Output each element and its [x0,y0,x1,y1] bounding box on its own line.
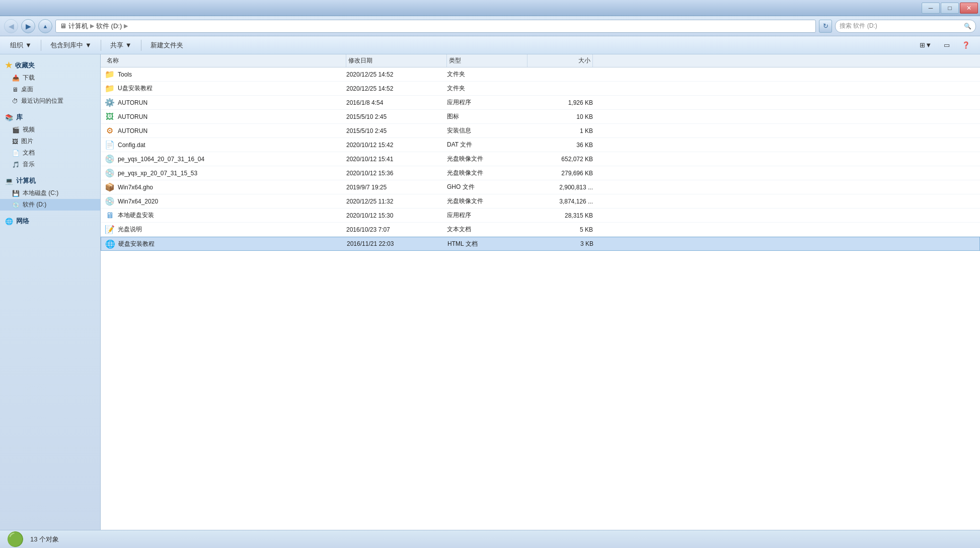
preview-button[interactable]: ▭ [939,38,955,52]
status-count: 13 个对象 [30,535,59,544]
file-name-8: Win7x64.gho [118,184,153,191]
file-icon-2: ⚙️ [105,98,115,108]
file-icon-1: 📁 [105,84,115,94]
back-button[interactable]: ◀ [4,19,18,33]
table-row[interactable]: 📁 U盘安装教程 2020/12/25 14:52 文件夹 [101,82,980,96]
file-icon-6: 💿 [105,154,115,164]
cell-date-4: 2015/5/10 2:45 [346,127,447,134]
sidebar-item-download[interactable]: 📥 下载 [0,72,100,84]
table-row[interactable]: ⚙ AUTORUN 2015/5/10 2:45 安装信息 1 KB [101,124,980,138]
cell-name-8: 📦 Win7x64.gho [105,182,346,192]
cell-size-3: 10 KB [527,113,593,120]
cell-name-5: 📄 Config.dat [105,140,346,150]
sidebar-item-desktop[interactable]: 🖥 桌面 [0,84,100,95]
table-row[interactable]: 📝 光盘说明 2016/10/23 7:07 文本文档 5 KB [101,223,980,237]
sidebar-item-recent[interactable]: ⏱ 最近访问的位置 [0,95,100,107]
cell-name-7: 💿 pe_yqs_xp_20_07_31_15_53 [105,168,346,178]
network-label: 网络 [16,217,29,226]
organize-button[interactable]: 组织 ▼ [5,38,37,52]
minimize-button[interactable]: ─ [922,3,940,14]
sidebar-item-image[interactable]: 🖼 图片 [0,135,100,147]
network-header[interactable]: 🌐 网络 [0,215,100,228]
breadcrumb-computer[interactable]: 计算机 [68,22,88,31]
library-header[interactable]: 📚 库 [0,111,100,124]
new-folder-button[interactable]: 新建文件夹 [145,38,188,52]
sidebar-item-music[interactable]: 🎵 音乐 [0,159,100,170]
favorites-header[interactable]: ★ 收藏夹 [0,58,100,72]
cell-size-9: 3,874,126 ... [527,198,593,205]
file-list: 📁 Tools 2020/12/25 14:52 文件夹 📁 U盘安装教程 20… [101,67,980,530]
forward-button[interactable]: ▶ [21,19,35,33]
image-label: 图片 [21,137,33,146]
file-icon-5: 📄 [105,140,115,150]
desktop-label: 桌面 [21,85,33,94]
cell-date-9: 2020/12/25 11:32 [346,198,447,205]
cell-size-7: 279,696 KB [527,170,593,177]
col-header-name[interactable]: 名称 [105,54,346,67]
new-folder-label: 新建文件夹 [150,41,183,50]
col-header-size[interactable]: 大小 [527,54,593,67]
include-library-button[interactable]: 包含到库中 ▼ [45,38,97,52]
cell-date-7: 2020/10/12 15:36 [346,170,447,177]
file-name-9: Win7x64_2020 [118,198,158,205]
cell-type-2: 应用程序 [447,98,527,107]
cell-type-4: 安装信息 [447,126,527,135]
computer-header[interactable]: 💻 计算机 [0,174,100,187]
breadcrumb[interactable]: 🖥 计算机 ▶ 软件 (D:) ▶ [55,20,816,33]
library-label: 库 [16,113,23,122]
sidebar-item-software-d[interactable]: 💿 软件 (D:) [0,199,100,211]
col-header-date[interactable]: 修改日期 [346,54,447,67]
table-row[interactable]: 📄 Config.dat 2020/10/12 15:42 DAT 文件 36 … [101,138,980,152]
help-button[interactable]: ❓ [957,38,975,52]
breadcrumb-drive[interactable]: 软件 (D:) [96,22,122,31]
address-bar: ◀ ▶ ▲ 🖥 计算机 ▶ 软件 (D:) ▶ ↻ 搜索 软件 (D:) 🔍 [0,16,980,36]
favorites-section: ★ 收藏夹 📥 下载 🖥 桌面 ⏱ 最近访问的位置 [0,58,100,107]
table-row[interactable]: 📁 Tools 2020/12/25 14:52 文件夹 [101,67,980,82]
table-row[interactable]: 💿 Win7x64_2020 2020/12/25 11:32 光盘映像文件 3… [101,194,980,209]
maximize-button[interactable]: □ [941,3,959,14]
table-row[interactable]: 🖼 AUTORUN 2015/5/10 2:45 图标 10 KB [101,110,980,124]
table-row[interactable]: 💿 pe_yqs_1064_20_07_31_16_04 2020/10/12 … [101,152,980,166]
image-icon: 🖼 [12,138,18,145]
computer-section-icon: 💻 [5,177,13,185]
video-icon: 🎬 [12,126,20,133]
col-header-type[interactable]: 类型 [447,54,527,67]
cell-type-3: 图标 [447,112,527,121]
cell-date-10: 2020/10/12 15:30 [346,212,447,219]
toolbar: 组织 ▼ 包含到库中 ▼ 共享 ▼ 新建文件夹 ⊞▼ ▭ ❓ [0,36,980,54]
sidebar-item-local-c[interactable]: 💾 本地磁盘 (C:) [0,187,100,199]
sidebar-item-video[interactable]: 🎬 视频 [0,124,100,135]
main-layout: ★ 收藏夹 📥 下载 🖥 桌面 ⏱ 最近访问的位置 📚 库 🎬 [0,54,980,530]
cell-name-3: 🖼 AUTORUN [105,112,346,122]
breadcrumb-sep-2: ▶ [124,23,128,29]
up-button[interactable]: ▲ [38,19,52,33]
search-placeholder: 搜索 软件 (D:) [840,22,877,30]
cell-date-11: 2016/10/23 7:07 [346,226,447,233]
toolbar-separator-1 [41,40,41,51]
software-d-label: 软件 (D:) [23,200,46,209]
close-button[interactable]: ✕ [960,3,978,14]
table-row[interactable]: 💿 pe_yqs_xp_20_07_31_15_53 2020/10/12 15… [101,166,980,180]
recent-icon: ⏱ [12,98,18,105]
share-button[interactable]: 共享 ▼ [105,38,137,52]
table-row[interactable]: 🌐 硬盘安装教程 2016/11/21 22:03 HTML 文档 3 KB [101,237,980,251]
cell-name-11: 📝 光盘说明 [105,225,346,235]
recent-label: 最近访问的位置 [21,97,63,105]
doc-icon: 📄 [12,150,20,157]
cell-size-5: 36 KB [527,142,593,149]
music-label: 音乐 [23,160,35,169]
search-box[interactable]: 搜索 软件 (D:) 🔍 [835,20,976,33]
file-name-7: pe_yqs_xp_20_07_31_15_53 [118,170,197,177]
view-options-button[interactable]: ⊞▼ [915,38,937,52]
file-name-0: Tools [118,71,132,78]
file-icon-7: 💿 [105,168,115,178]
cell-date-3: 2015/5/10 2:45 [346,113,447,120]
refresh-button[interactable]: ↻ [819,20,832,33]
table-row[interactable]: 📦 Win7x64.gho 2019/9/7 19:25 GHO 文件 2,90… [101,180,980,194]
file-icon-11: 📝 [105,225,115,235]
cell-type-1: 文件夹 [447,84,527,93]
table-row[interactable]: 🖥 本地硬盘安装 2020/10/12 15:30 应用程序 28,315 KB [101,209,980,223]
cell-type-6: 光盘映像文件 [447,155,527,163]
sidebar-item-doc[interactable]: 📄 文档 [0,147,100,159]
table-row[interactable]: ⚙️ AUTORUN 2016/1/8 4:54 应用程序 1,926 KB [101,96,980,110]
